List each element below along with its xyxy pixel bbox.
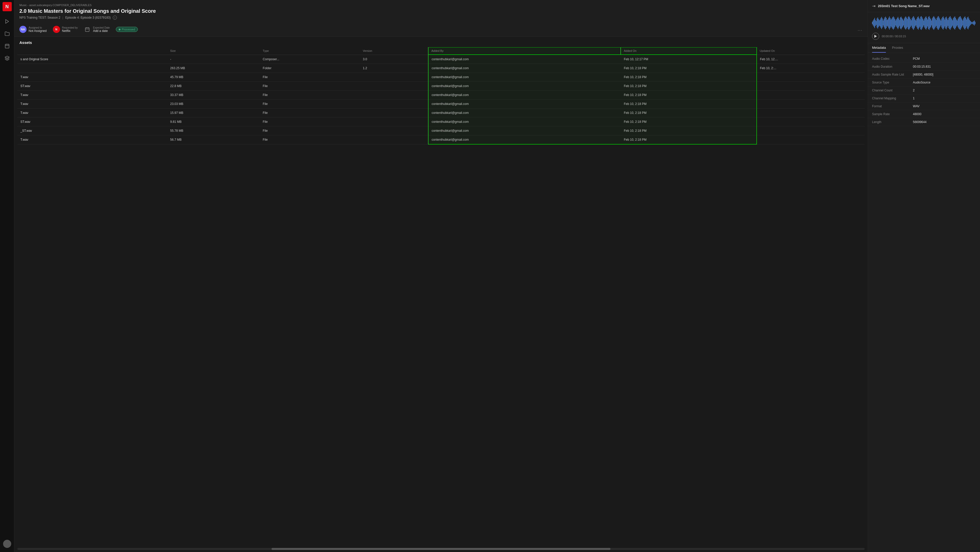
size-cell: 22.8 MB bbox=[167, 82, 260, 91]
svg-rect-65 bbox=[915, 19, 915, 27]
version-cell: 1.2 bbox=[360, 64, 428, 73]
right-panel: ⇥ 203m01 Test Song Name_ST.wav bbox=[868, 0, 980, 552]
type-cell: Composer... bbox=[260, 55, 360, 64]
svg-rect-119 bbox=[957, 21, 958, 26]
horizontal-scrollbar[interactable] bbox=[18, 548, 865, 550]
svg-rect-116 bbox=[955, 16, 955, 30]
info-icon[interactable]: i bbox=[113, 16, 117, 20]
tab-proxies[interactable]: Proxies bbox=[892, 43, 903, 53]
svg-rect-41 bbox=[896, 19, 897, 27]
svg-rect-123 bbox=[960, 16, 961, 30]
video-icon[interactable] bbox=[3, 18, 11, 26]
svg-rect-87 bbox=[932, 18, 932, 28]
updated-on-cell bbox=[757, 91, 865, 100]
version-cell bbox=[360, 108, 428, 118]
more-options-button[interactable]: ... bbox=[858, 27, 862, 32]
svg-rect-47 bbox=[901, 17, 901, 29]
panel-header: ⇥ 203m01 Test Song Name_ST.wav bbox=[868, 0, 980, 12]
table-row[interactable]: ST.wav 9.81 MB File contenthubkarl@gmail… bbox=[18, 118, 865, 126]
svg-rect-16 bbox=[877, 18, 877, 27]
svg-rect-95 bbox=[938, 16, 939, 30]
status-dot bbox=[119, 29, 121, 30]
size-cell: 23.03 MB bbox=[167, 100, 260, 108]
svg-rect-69 bbox=[918, 16, 918, 30]
size-cell: 15.97 MB bbox=[167, 108, 260, 118]
calendar-icon[interactable] bbox=[3, 42, 11, 50]
metadata-row: Audio Duration 00:03:15.831 bbox=[868, 63, 980, 71]
svg-rect-76 bbox=[923, 21, 924, 26]
user-avatar[interactable] bbox=[3, 540, 11, 548]
expected-value[interactable]: Add a date bbox=[93, 29, 110, 33]
svg-rect-84 bbox=[930, 18, 930, 28]
layers-icon[interactable] bbox=[3, 54, 11, 62]
type-cell: File bbox=[260, 135, 360, 145]
added-by-cell: contenthubkarl@gmail.com bbox=[428, 135, 620, 145]
table-row[interactable]: s and Original Score - Composer... 3.0 c… bbox=[18, 55, 865, 64]
svg-rect-1 bbox=[5, 44, 9, 48]
scrollbar-thumb[interactable] bbox=[272, 548, 611, 550]
svg-rect-28 bbox=[886, 18, 886, 28]
calendar-icon bbox=[84, 26, 91, 33]
folder-icon[interactable] bbox=[3, 30, 11, 38]
table-row[interactable]: T.wav 45.79 MB File contenthubkarl@gmail… bbox=[18, 73, 865, 82]
size-cell: 56.7 MB bbox=[167, 135, 260, 145]
netflix-logo[interactable]: N bbox=[3, 2, 12, 11]
assigned-value[interactable]: Not Assigned bbox=[29, 29, 47, 33]
svg-rect-129 bbox=[965, 16, 965, 30]
type-cell: Folder bbox=[260, 64, 360, 73]
svg-rect-80 bbox=[927, 18, 927, 28]
svg-rect-49 bbox=[902, 19, 903, 27]
svg-rect-40 bbox=[896, 21, 896, 26]
table-row[interactable]: T.wav 23.03 MB File contenthubkarl@gmail… bbox=[18, 100, 865, 108]
expected-label: Expected Date bbox=[93, 26, 110, 29]
metadata-value: 2 bbox=[913, 89, 976, 92]
svg-rect-13 bbox=[874, 18, 875, 28]
updated-on-cell bbox=[757, 73, 865, 82]
svg-rect-42 bbox=[897, 18, 897, 28]
metadata-value: 48000 bbox=[913, 112, 976, 116]
type-cell: File bbox=[260, 73, 360, 82]
assigned-label: Assigned to bbox=[29, 26, 47, 29]
table-row[interactable]: T.wav 56.7 MB File contenthubkarl@gmail.… bbox=[18, 135, 865, 145]
svg-rect-43 bbox=[898, 17, 898, 29]
svg-rect-140 bbox=[974, 21, 974, 25]
assets-table-container[interactable]: Size Type Version Added By Added On Upda… bbox=[18, 47, 865, 547]
svg-rect-83 bbox=[929, 16, 929, 30]
expected-text-group: Expected Date Add a date bbox=[93, 26, 110, 33]
svg-rect-38 bbox=[894, 18, 894, 29]
added-by-cell: contenthubkarl@gmail.com bbox=[428, 64, 620, 73]
svg-rect-113 bbox=[952, 20, 953, 26]
file-name-cell: ST.wav bbox=[18, 82, 167, 91]
table-row[interactable]: T.wav 33.37 MB File contenthubkarl@gmail… bbox=[18, 91, 865, 100]
tab-metadata[interactable]: Metadata bbox=[872, 43, 886, 53]
main-content: Music - asset.subcategory.COMPOSER_DELIV… bbox=[14, 0, 868, 552]
svg-rect-21 bbox=[881, 18, 881, 28]
table-row[interactable]: _ST.wav 55.78 MB File contenthubkarl@gma… bbox=[18, 126, 865, 135]
table-row[interactable]: T.wav 15.97 MB File contenthubkarl@gmail… bbox=[18, 108, 865, 118]
svg-rect-127 bbox=[963, 18, 964, 27]
table-row[interactable]: 263.25 MB Folder 1.2 contenthubkarl@gmai… bbox=[18, 64, 865, 73]
added-by-cell: contenthubkarl@gmail.com bbox=[428, 55, 620, 64]
svg-rect-114 bbox=[953, 18, 953, 28]
added-on-cell: Feb 10, 2:18 PM bbox=[620, 73, 756, 82]
assigned-to-item: NA Assigned to Not Assigned bbox=[19, 26, 47, 33]
play-button[interactable] bbox=[872, 33, 879, 40]
svg-rect-105 bbox=[946, 17, 947, 29]
svg-rect-68 bbox=[917, 17, 918, 29]
version-cell bbox=[360, 135, 428, 145]
svg-rect-33 bbox=[890, 18, 891, 28]
table-row[interactable]: ST.wav 22.8 MB File contenthubkarl@gmail… bbox=[18, 82, 865, 91]
metadata-table: Audio Codec PCM Audio Duration 00:03:15.… bbox=[868, 53, 980, 552]
sidebar: N bbox=[0, 0, 14, 552]
version-cell bbox=[360, 118, 428, 126]
updated-on-cell bbox=[757, 135, 865, 145]
version-cell: 3.0 bbox=[360, 55, 428, 64]
svg-marker-5 bbox=[5, 56, 9, 58]
svg-rect-132 bbox=[967, 18, 967, 29]
col-version: Version bbox=[360, 47, 428, 55]
metadata-row: Audio Codec PCM bbox=[868, 55, 980, 63]
svg-rect-22 bbox=[881, 17, 882, 29]
metadata-key: Audio Sample Rate List bbox=[872, 73, 913, 77]
svg-rect-24 bbox=[883, 21, 883, 26]
svg-rect-130 bbox=[966, 18, 966, 28]
